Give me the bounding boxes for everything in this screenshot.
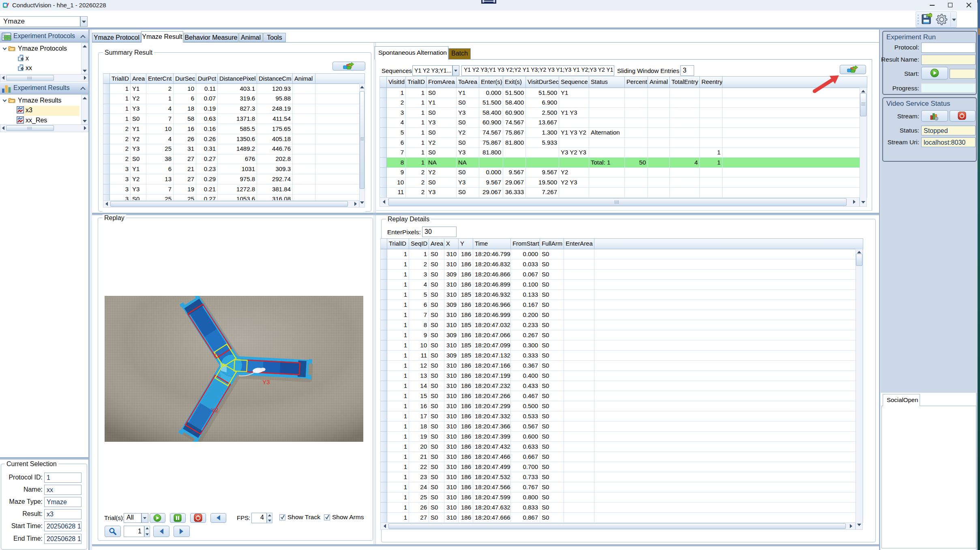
svg-text:Y2: Y2: [211, 407, 218, 413]
svg-text:Y1: Y1: [212, 352, 220, 359]
svg-text:Y3: Y3: [262, 379, 270, 385]
